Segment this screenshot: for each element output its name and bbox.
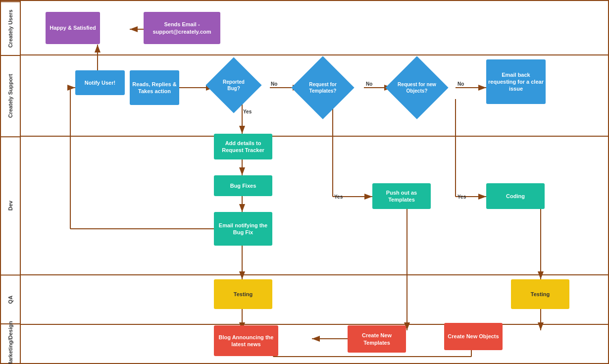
label-yes-3: Yes — [457, 194, 466, 200]
lane-label-qa: QA — [1, 274, 20, 323]
node-testing-1: Testing — [214, 279, 272, 309]
node-request-objects: Request for new Objects? — [385, 56, 448, 119]
lane-label-creately-users: Creately Users — [1, 1, 20, 55]
lane-divider-3 — [21, 274, 608, 275]
lane-divider-2 — [21, 136, 608, 137]
node-push-templates: Push out as Templates — [372, 183, 431, 209]
node-testing-2: Testing — [511, 279, 569, 309]
diagram-container: Creately Users Creately Support Dev QA M… — [0, 0, 609, 364]
node-reads-replies: Reads, Replies & Takes action — [130, 70, 179, 105]
node-email-back: Email back requesting for a clear issue — [486, 59, 546, 104]
node-notify-user: Notify User! — [75, 70, 125, 95]
label-no-3: No — [457, 81, 464, 87]
node-happy-satisfied: Happy & Satisfied — [46, 12, 100, 44]
label-yes-1: Yes — [243, 109, 252, 114]
node-create-objects: Create New Objects — [444, 323, 503, 350]
lane-label-marketing: Marketing/Design — [1, 323, 20, 363]
label-no-1: No — [271, 81, 277, 87]
node-create-templates: Create New Templates — [348, 325, 406, 353]
label-no-2: No — [366, 81, 372, 87]
node-add-details: Add details to Request Tracker — [214, 134, 272, 159]
swim-lanes-labels: Creately Users Creately Support Dev QA M… — [1, 1, 21, 363]
node-request-templates: Request for Templates? — [291, 56, 354, 119]
node-coding: Coding — [486, 183, 545, 209]
label-yes-2: Yes — [334, 194, 343, 200]
lane-label-dev: Dev — [1, 136, 20, 274]
lane-divider-4 — [21, 324, 608, 325]
node-reported-bug: Reported Bug? — [205, 57, 261, 113]
node-blog: Blog Announcing the latest news — [214, 325, 278, 356]
node-sends-email: Sends Email - support@creately.com — [144, 12, 220, 44]
lane-label-creately-support: Creately Support — [1, 55, 20, 136]
diagram-area: Happy & Satisfied Sends Email - support@… — [21, 1, 608, 363]
node-bug-fixes: Bug Fixes — [214, 175, 272, 196]
node-email-notifying: Email notifying the Bug Fix — [214, 212, 272, 246]
lane-divider-1 — [21, 54, 608, 55]
